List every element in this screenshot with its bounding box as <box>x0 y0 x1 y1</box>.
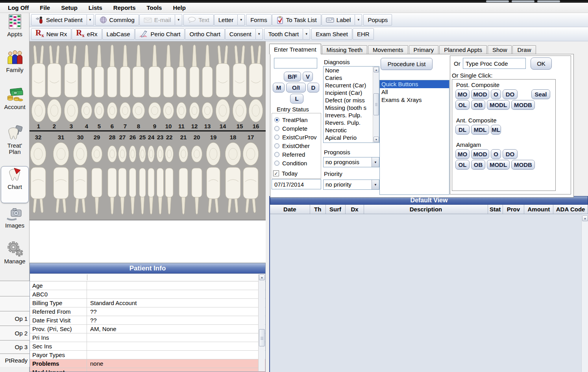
erx-button[interactable]: RxeRx <box>72 28 102 40</box>
tooth-18[interactable] <box>226 167 240 213</box>
radio-button[interactable] <box>274 135 279 140</box>
tooth-20[interactable] <box>192 168 202 215</box>
to-task-list-button[interactable]: To Task List <box>272 14 321 26</box>
sidebar-module-images[interactable]: Images <box>1 207 29 239</box>
commlog-button[interactable]: Commlog <box>95 14 139 26</box>
menu-item-tools[interactable]: Tools <box>141 4 168 12</box>
category-item-exams-xrays[interactable]: Exams & Xrays <box>380 96 449 104</box>
e-mail-dropdown-arrow[interactable]: ▼ <box>175 14 182 26</box>
procedure-category-listbox[interactable]: Quick ButtonsAllExams & Xrays <box>379 80 449 195</box>
letter-button[interactable]: Letter <box>214 14 238 26</box>
chevron-down-icon[interactable]: ▼ <box>372 180 379 189</box>
menu-item-log-off[interactable]: Log Off <box>2 4 34 12</box>
quick-button-amalgam-ol[interactable]: OL <box>455 160 470 170</box>
quick-button-post-composite-o[interactable]: O <box>491 89 501 99</box>
ok-button[interactable]: OK <box>531 57 552 70</box>
category-item-all[interactable]: All <box>380 88 449 96</box>
treatment-table-scrollbar[interactable]: ▲ <box>581 215 588 372</box>
surface-button-l[interactable]: L <box>290 94 303 104</box>
diagnosis-scroll-up-icon[interactable]: ▲ <box>374 67 379 72</box>
today-checkbox-row[interactable]: ✓ Today <box>273 170 298 177</box>
quick-button-amalgam-mod[interactable]: MOD <box>471 149 489 159</box>
labcase-button[interactable]: LabCase <box>102 28 135 40</box>
menu-item-reports[interactable]: Reports <box>108 4 141 12</box>
diagnosis-item-none[interactable]: None <box>324 67 373 74</box>
diagnosis-item-missing-tooth-s[interactable]: Missing (tooth s <box>324 104 373 111</box>
surface-button-o-i[interactable]: O/I <box>286 83 306 93</box>
tooth-15[interactable] <box>233 45 246 97</box>
tooth-17[interactable] <box>243 167 258 213</box>
text-button[interactable]: Text <box>183 14 214 26</box>
quick-button-amalgam-o[interactable]: O <box>491 149 501 159</box>
quick-button-amalgam-mo[interactable]: MO <box>455 149 470 159</box>
tab-show[interactable]: Show <box>488 45 512 54</box>
quick-button-amalgam-modl[interactable]: MODL <box>487 160 510 170</box>
label-dropdown-arrow[interactable]: ▼ <box>355 14 362 26</box>
radio-button[interactable] <box>274 152 279 157</box>
tooth-28[interactable] <box>108 168 116 215</box>
proc-code-input[interactable] <box>463 58 526 69</box>
tab-primary[interactable]: Primary <box>409 45 439 54</box>
sidebar-module-family[interactable]: Family <box>1 50 29 84</box>
menu-item-help[interactable]: Help <box>167 4 191 12</box>
quick-button-seal[interactable]: Seal <box>531 89 550 99</box>
diagnosis-item-revers-pulp[interactable]: Revers. Pulp. <box>324 119 373 126</box>
tooth-12[interactable] <box>190 45 199 98</box>
consent-dropdown-arrow[interactable]: ▼ <box>255 28 263 40</box>
diagnosis-item-incipient-car[interactable]: Incipient (Car) <box>324 89 373 96</box>
tooth-8[interactable] <box>133 45 144 98</box>
tooth-chart-button[interactable]: Tooth Chart <box>264 28 303 40</box>
tab-missing-teeth[interactable]: Missing Teeth <box>322 45 367 54</box>
diagnosis-listbox[interactable]: NoneCariesRecurrent (Car)Incipient (Car)… <box>323 66 379 143</box>
tooth-13[interactable] <box>202 45 213 98</box>
quick-button-post-composite-modl[interactable]: MODL <box>487 100 510 110</box>
window-close-button[interactable] <box>537 0 560 2</box>
procedure-list-button[interactable]: Procedure List <box>381 58 433 70</box>
sidebar-module-treat-plan[interactable]: Treat'Plan <box>1 125 29 165</box>
quick-button-ant-composite-dl[interactable]: DL <box>455 125 470 135</box>
operatory-cell-op-2[interactable]: Op 2 <box>0 326 30 340</box>
ehr-button[interactable]: EHR <box>353 28 374 40</box>
tooth-14[interactable] <box>216 45 229 97</box>
scrollbar-thumb[interactable] <box>259 329 265 346</box>
quick-button-amalgam-ob[interactable]: OB <box>471 160 485 170</box>
new-rx-button[interactable]: RxNew Rx <box>31 28 71 40</box>
tooth-16[interactable] <box>249 45 263 97</box>
entry-status-option-complete[interactable]: Complete <box>274 125 307 132</box>
entry-status-option-treatplan[interactable]: TreatPlan <box>274 117 307 123</box>
sidebar-module-appts[interactable]: Appts <box>1 14 29 44</box>
tooth-6[interactable] <box>107 45 117 98</box>
tooth-24[interactable] <box>148 168 154 215</box>
operatory-cell-ptready[interactable]: PtReady <box>0 353 30 367</box>
entry-status-option-existother[interactable]: ExistOther <box>274 143 310 149</box>
ortho-chart-button[interactable]: Ortho Chart <box>185 28 224 40</box>
today-checkbox[interactable]: ✓ <box>273 170 279 176</box>
quick-button-amalgam-modb[interactable]: MODB <box>511 160 535 170</box>
entry-status-option-condition[interactable]: Condition <box>274 160 307 167</box>
radio-button[interactable] <box>274 117 279 122</box>
forms-button[interactable]: Forms <box>246 14 272 26</box>
popups-button[interactable]: Popups <box>363 14 392 26</box>
tooth-21[interactable] <box>179 168 188 215</box>
quick-button-ant-composite-mdl[interactable]: MDL <box>471 125 489 135</box>
patient-info-scrollbar[interactable]: ▲ <box>258 274 265 371</box>
quick-button-post-composite-mo[interactable]: MO <box>455 89 470 99</box>
quick-button-post-composite-ol[interactable]: OL <box>455 100 470 110</box>
scroll-up-arrow-icon[interactable]: ▲ <box>582 215 588 221</box>
tooth-27[interactable] <box>118 168 126 215</box>
surface-button-d[interactable]: D <box>307 83 319 93</box>
tooth-30[interactable] <box>74 167 87 213</box>
priority-dropdown[interactable]: no priority ▼ <box>323 180 379 190</box>
entry-status-option-referred[interactable]: Referred <box>274 151 305 158</box>
quick-button-post-composite-mod[interactable]: MOD <box>471 89 489 99</box>
tooth-1[interactable] <box>32 45 45 97</box>
quick-button-ant-composite-ml[interactable]: ML <box>491 125 501 135</box>
tooth-19[interactable] <box>207 167 220 213</box>
operatory-cell-op-3[interactable]: Op 3 <box>0 340 30 353</box>
surface-button-b-f[interactable]: B/F <box>284 72 301 81</box>
tab-enter-treatment[interactable]: Enter Treatment <box>269 44 321 54</box>
label-button[interactable]: Label <box>322 14 355 26</box>
graphical-tooth-chart[interactable]: 1234567891011121314151632313029282726252… <box>30 41 266 220</box>
category-item-quick-buttons[interactable]: Quick Buttons <box>380 80 449 88</box>
consent-button[interactable]: Consent <box>225 28 256 40</box>
